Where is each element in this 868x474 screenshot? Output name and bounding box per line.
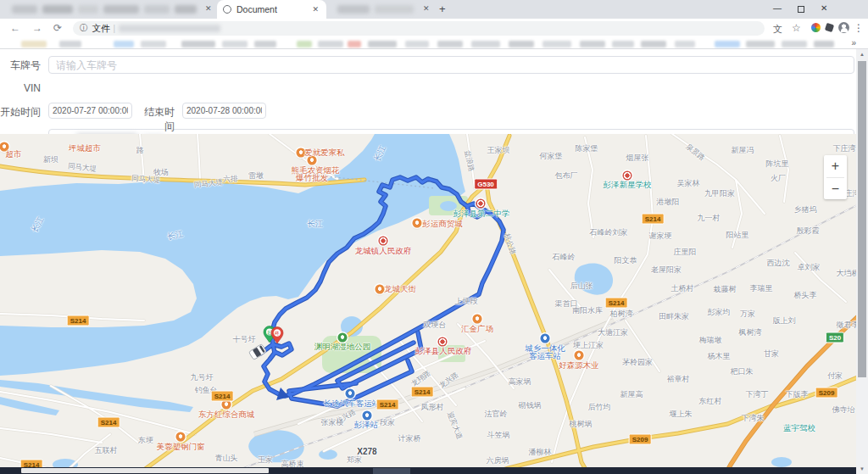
map-label: 栽藤树 xyxy=(714,284,737,295)
blurred-bookmark[interactable] xyxy=(405,41,429,47)
plate-input[interactable] xyxy=(48,56,854,74)
start-time-input[interactable] xyxy=(48,103,132,119)
taskbar-item[interactable] xyxy=(21,468,269,473)
shop-poi-icon[interactable] xyxy=(575,351,584,360)
blurred-bookmark[interactable] xyxy=(348,41,361,47)
map-label: 长江 xyxy=(30,215,47,235)
blurred-bookmark[interactable] xyxy=(612,41,634,47)
map-label: 火厂 xyxy=(771,173,786,184)
browser-tab-active[interactable]: Document ✕ xyxy=(217,0,326,19)
school-poi-icon[interactable] xyxy=(476,199,486,209)
road-badge: S214 xyxy=(642,214,665,225)
close-tab-icon[interactable]: ✕ xyxy=(421,4,431,13)
park-poi-icon[interactable] xyxy=(338,333,348,343)
tab-strip: ✕ Document ✕ ✕ + — ✕ xyxy=(0,0,868,19)
train-poi-icon[interactable] xyxy=(363,411,372,421)
blurred-bookmark[interactable] xyxy=(746,41,775,47)
blurred-bookmark[interactable] xyxy=(318,41,343,47)
map-label: 后竹均 xyxy=(588,402,611,413)
blurred-bookmark[interactable] xyxy=(141,41,166,47)
map-label: 彭泽县第二中学 xyxy=(453,209,510,220)
map-canvas[interactable]: 起 终 长江长江长江长江同马大堤同马大堤同马大堤盆浪路泉景路杭公路龙翔路龙兴路龙… xyxy=(0,134,856,468)
blurred-bookmark[interactable] xyxy=(641,41,666,47)
road-badge: S20 xyxy=(826,332,844,343)
new-tab-button[interactable]: + xyxy=(439,3,446,15)
gov-poi-icon[interactable] xyxy=(379,237,388,246)
blurred-bookmark[interactable] xyxy=(181,41,215,47)
back-icon[interactable]: ← xyxy=(10,22,20,34)
map-label: 双埂台 xyxy=(424,320,447,331)
bus-poi-icon[interactable] xyxy=(346,389,355,399)
blurred-bookmark[interactable] xyxy=(471,41,500,47)
scroll-down-icon[interactable]: ▼ xyxy=(856,466,868,471)
vertical-scrollbar[interactable]: ▲ ▼ xyxy=(856,49,868,474)
blurred-bookmark[interactable] xyxy=(114,41,134,47)
shop-poi-icon[interactable] xyxy=(0,142,9,152)
map-label: 九一村 xyxy=(698,213,721,224)
shop-poi-icon[interactable] xyxy=(413,219,422,228)
tab-title: Document xyxy=(236,4,310,14)
map-label: 大塘江家 xyxy=(598,327,628,338)
blurred-bookmark[interactable] xyxy=(437,41,463,47)
shop-poi-icon[interactable] xyxy=(297,148,306,158)
blurred-bookmark[interactable] xyxy=(580,41,605,47)
close-window-icon[interactable]: ✕ xyxy=(821,3,827,14)
scrollbar-thumb[interactable] xyxy=(858,61,866,377)
blurred-tab-text xyxy=(337,5,370,14)
blurred-bookmark[interactable] xyxy=(297,41,312,47)
map-label: 长途汽车客运站 xyxy=(324,399,381,410)
blurred-bookmark[interactable] xyxy=(254,41,276,47)
minimize-window-icon[interactable]: — xyxy=(773,3,782,14)
shop-poi-icon[interactable] xyxy=(308,156,317,165)
translate-icon[interactable]: 文 xyxy=(773,23,782,36)
map-label: 土桥村 xyxy=(671,283,694,294)
map-label: 阳文恭 xyxy=(615,255,637,266)
map-label: 郑家 xyxy=(347,454,362,466)
road-badge: S214 xyxy=(605,298,628,309)
close-tab-icon[interactable]: ✕ xyxy=(310,5,320,14)
blurred-bookmark[interactable] xyxy=(814,41,834,47)
blurred-bookmark[interactable] xyxy=(542,41,571,47)
avatar[interactable] xyxy=(838,22,849,33)
blurred-bookmark[interactable] xyxy=(368,41,397,47)
shop-poi-icon[interactable] xyxy=(473,315,482,324)
map-label: 熊毛农资烟花 xyxy=(292,165,340,176)
school-poi-icon[interactable] xyxy=(623,171,632,181)
page-info-icon[interactable]: ⓘ xyxy=(80,23,88,34)
blurred-bookmark[interactable] xyxy=(509,41,534,47)
taskbar-item[interactable] xyxy=(373,468,410,474)
zoom-out-button[interactable]: − xyxy=(824,178,847,200)
blurred-bookmark[interactable] xyxy=(782,41,807,47)
bookmark-star-icon[interactable]: ☆ xyxy=(792,22,801,34)
gov-poi-icon[interactable] xyxy=(438,337,448,347)
map-label: 龙城天街 xyxy=(384,284,416,295)
bus-poi-icon[interactable] xyxy=(541,334,550,343)
blurred-bookmark[interactable] xyxy=(59,41,81,47)
vin-label: VIN xyxy=(0,82,41,94)
blurred-bookmark[interactable] xyxy=(715,41,740,47)
shop-poi-icon[interactable] xyxy=(176,432,186,442)
close-tab-icon[interactable]: ✕ xyxy=(203,4,214,13)
map-label: 彭泽站 xyxy=(354,420,379,431)
forward-icon[interactable]: → xyxy=(32,22,42,34)
map-label: 佛寺坮 xyxy=(832,404,855,415)
address-bar[interactable]: ⓘ 文件 | xyxy=(73,21,765,36)
maximize-window-icon[interactable] xyxy=(798,6,804,13)
bookmarks-overflow-icon[interactable]: » xyxy=(851,38,856,47)
zoom-in-button[interactable]: + xyxy=(824,155,847,177)
map-label: 青山头 xyxy=(215,453,238,464)
end-time-input[interactable] xyxy=(182,103,266,119)
menu-dots-icon[interactable]: ⋮ xyxy=(854,22,864,34)
shop-poi-icon[interactable] xyxy=(376,285,385,294)
map-label: 桥头李 xyxy=(794,290,817,301)
map-label: 下湾丁 xyxy=(746,389,769,400)
profile-color-icon[interactable] xyxy=(811,23,821,32)
map-label: 同马大堤 xyxy=(67,161,97,174)
blurred-bookmark[interactable] xyxy=(222,41,248,47)
blurred-bookmark[interactable] xyxy=(675,41,695,47)
scroll-up-icon[interactable]: ▲ xyxy=(856,52,868,57)
map-label: 迎宾大道 xyxy=(444,410,465,441)
reload-icon[interactable]: ⟳ xyxy=(53,22,62,34)
blurred-bookmark[interactable] xyxy=(21,41,47,47)
map-label: 杷口朱 xyxy=(731,366,754,377)
